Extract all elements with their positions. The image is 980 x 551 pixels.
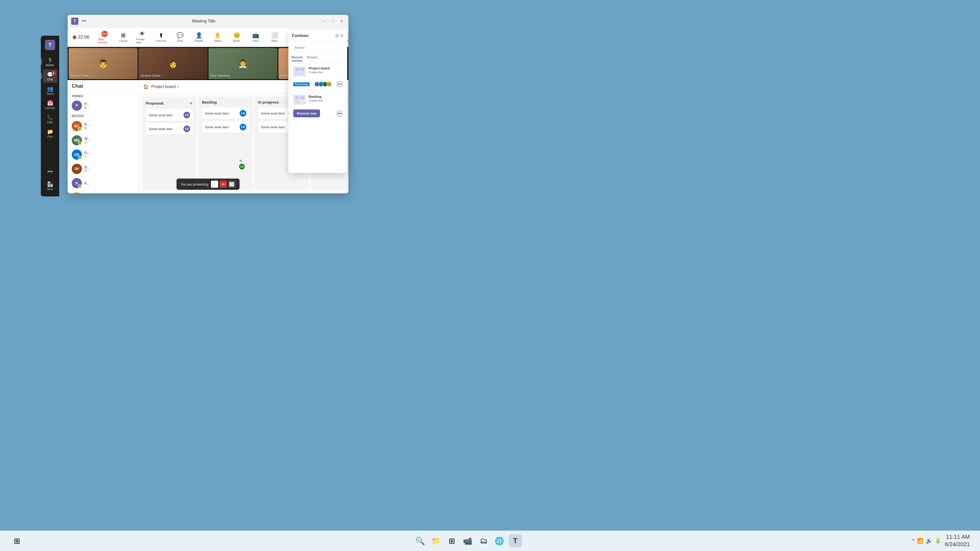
teams-left-nav: T 🏃 Activity 💬 Chat 1 👥 Teams 📅 Calendar… — [41, 36, 59, 197]
tray-expand[interactable]: ^ — [912, 538, 915, 544]
private-view-label: Private view — [136, 38, 148, 44]
pop-out-button[interactable]: ⬆ Pop out — [152, 30, 170, 44]
taskbar-teams-meet[interactable]: 📹 — [461, 534, 474, 548]
kanban-home-icon[interactable]: 🏠 — [143, 84, 149, 89]
chat-item-k[interactable]: K K... — [68, 176, 139, 190]
guy-name: Guy Hawkins — [210, 74, 230, 78]
taskbar-edge[interactable]: 🌐 — [493, 534, 506, 548]
view-icon: 📺 — [252, 32, 259, 39]
k-avatar: K — [72, 178, 82, 188]
contoso-search-input[interactable] — [291, 44, 344, 51]
svg-rect-2 — [295, 72, 299, 75]
df-info: D... D... — [84, 165, 135, 173]
teams-logo: T — [45, 40, 55, 50]
people-button[interactable]: 👤 People — [190, 30, 208, 44]
column-proposed: Proposed ＋ Some work item CB Some work i… — [143, 97, 196, 190]
chat-item-t[interactable]: T T... Reta: Let's set up a brainstorm s… — [68, 190, 139, 193]
project-board-info: Project board 3 tasks due — [309, 66, 342, 74]
private-view-button[interactable]: 👁 Private view — [133, 29, 151, 45]
layout-icon: ⊞ — [121, 32, 126, 39]
column-proposed-header: Proposed ＋ — [146, 100, 193, 106]
wifi-icon[interactable]: 📶 — [917, 538, 923, 544]
nav-item-files[interactable]: 📁 Files — [43, 127, 57, 140]
activity-icon: 🏃 — [47, 57, 53, 63]
nav-teams-label: Teams — [46, 92, 54, 95]
taskbar-search[interactable]: 🔍 — [414, 534, 427, 548]
video-tile-serena[interactable]: 👩 Serena Davis — [138, 48, 207, 79]
nav-item-calls[interactable]: 📞 Calls — [43, 112, 57, 125]
tab-recent[interactable]: Recent — [291, 54, 302, 61]
nav-item-activity[interactable]: 🏃 Activity — [43, 55, 57, 68]
kanban-breadcrumb[interactable]: Project board ▾ — [151, 84, 179, 89]
stop-sharing-button[interactable]: ⛔ Stop sharing — [95, 29, 113, 45]
video-tile-guy[interactable]: 👨‍💼 Guy Hawkins — [208, 48, 277, 79]
column-backlog-header: Backlog — [202, 100, 249, 104]
more-nav-icon: ••• — [47, 168, 52, 175]
ec-avatar: EC — [72, 121, 82, 131]
pinned-chat-item[interactable]: P P... B... — [68, 99, 139, 112]
close-button[interactable]: ✕ — [339, 18, 345, 24]
eraser-tool[interactable]: ⬜ — [228, 181, 235, 188]
taskbar-file-explorer[interactable]: 📁 — [430, 534, 443, 548]
df-avatar: DF — [72, 164, 82, 174]
card-avatars: CB — [183, 112, 190, 118]
kanban-card[interactable]: Some work item CB — [146, 123, 193, 135]
nav-item-store[interactable]: 🏪 Store — [43, 179, 57, 192]
kanban-card[interactable]: Some work item CB — [146, 109, 193, 121]
chat-item-mb[interactable]: MB M... S... — [68, 133, 139, 148]
kanban-card[interactable]: Some work item CB — [202, 107, 249, 119]
window-menu-dots[interactable]: ••• — [81, 18, 86, 24]
taskbar-left: ⊞ — [10, 534, 24, 548]
taskbar-teams[interactable]: T — [509, 534, 522, 548]
taskbar-time-value: 11:11 AM — [945, 534, 970, 541]
chat-item-ok[interactable]: OK O... Y... — [68, 148, 139, 162]
chat-toolbar-button[interactable]: 💬 Chat — [171, 30, 189, 44]
proposed-add-button[interactable]: ＋ — [189, 100, 193, 106]
project-board-more-button[interactable]: ••• — [337, 81, 342, 87]
miguel-name: Miguel Silva — [71, 74, 89, 78]
chat-badge: 1 — [52, 71, 56, 75]
react-button[interactable]: 😊 React — [228, 30, 245, 44]
backlog-more-button[interactable]: ••• — [337, 111, 342, 116]
apps-button[interactable]: ⬜ Apps — [266, 30, 283, 44]
drawing-tools: ✏ ✏ ⬜ — [211, 181, 235, 188]
inprogress-title: In progress — [258, 100, 279, 104]
backlog-title: Backlog — [309, 95, 342, 98]
present-now-button[interactable]: Present now — [293, 110, 320, 118]
nav-item-more[interactable]: ••• — [43, 165, 57, 178]
kanban-card[interactable]: Some work item CB — [202, 121, 249, 133]
minimize-button[interactable]: ─ — [321, 18, 328, 24]
pen-red-tool[interactable]: ✏ — [220, 181, 227, 188]
nav-item-calendar[interactable]: 📅 Calendar — [43, 98, 57, 111]
start-button[interactable]: ⊞ — [10, 534, 24, 548]
layout-button[interactable]: ⊞ Layout — [115, 30, 132, 44]
system-tray: ^ 📶 🔊 🔋 — [912, 538, 941, 544]
taskbar-files[interactable]: 🗂 — [477, 534, 490, 548]
item-avatar-stack — [314, 82, 332, 87]
pen-white-tool[interactable]: ✏ — [211, 181, 218, 188]
video-tile-miguel[interactable]: 👨 Miguel Silva — [68, 48, 138, 79]
card-avatar-sm: CB — [183, 125, 190, 132]
teams-icon: 👥 — [47, 86, 53, 92]
taskbar-clock[interactable]: 11:11 AM 6/24/2021 — [945, 534, 970, 548]
battery-icon[interactable]: 🔋 — [935, 538, 941, 544]
tab-shared[interactable]: Shared — [307, 54, 317, 61]
breadcrumb-text: Project board — [151, 84, 176, 89]
raise-button[interactable]: ✋ Raise — [209, 30, 227, 44]
backlog-title: Backlog — [202, 100, 217, 104]
volume-icon[interactable]: 🔊 — [926, 538, 932, 544]
view-label: View — [252, 39, 259, 42]
chat-item-ec[interactable]: EC E... B... — [68, 119, 139, 133]
pinned-chat-name: P... — [84, 102, 135, 106]
maximize-button[interactable]: □ — [330, 18, 336, 24]
nav-item-teams[interactable]: 👥 Teams — [43, 84, 57, 97]
nav-item-chat[interactable]: 💬 Chat 1 — [43, 69, 57, 83]
contoso-minimize-button[interactable]: ⊟ — [335, 33, 339, 38]
taskbar-widgets[interactable]: ⊞ — [445, 534, 458, 548]
chat-item-df[interactable]: DF D... D... — [68, 162, 139, 176]
view-button[interactable]: 📺 View — [247, 30, 264, 44]
contoso-item-top: Project board 3 tasks due — [291, 64, 345, 79]
card-avatars: CB — [183, 125, 190, 132]
nav-calendar-label: Calendar — [45, 106, 56, 110]
contoso-close-button[interactable]: ✕ — [340, 33, 344, 38]
